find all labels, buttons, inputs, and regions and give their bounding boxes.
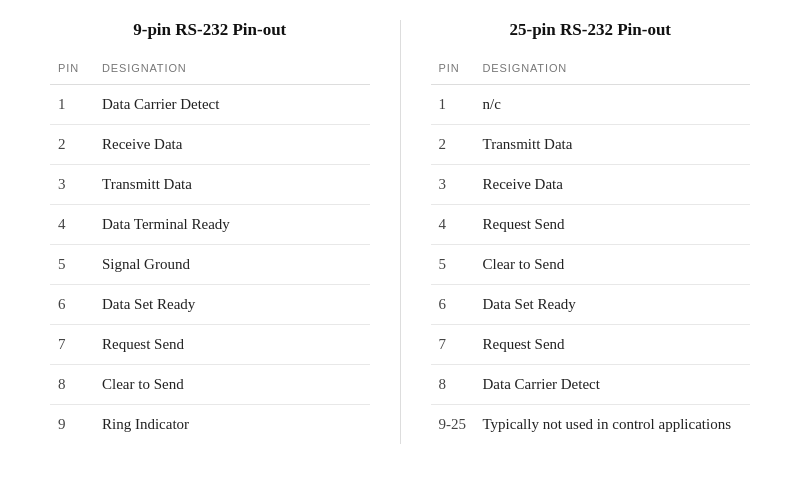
pin-cell: 9-25 — [431, 405, 475, 445]
table-row: 3 Transmitt Data — [50, 165, 370, 205]
pin-cell: 1 — [431, 85, 475, 125]
table-row: 3 Receive Data — [431, 165, 751, 205]
table-row: 5 Clear to Send — [431, 245, 751, 285]
table-row: 1 n/c — [431, 85, 751, 125]
pin-cell: 2 — [431, 125, 475, 165]
pin-cell: 5 — [431, 245, 475, 285]
table-row: 4 Request Send — [431, 205, 751, 245]
left-col-pin-header: PIN — [50, 62, 94, 85]
table-row: 5 Signal Ground — [50, 245, 370, 285]
designation-cell: Clear to Send — [94, 365, 370, 405]
table-row: 9 Ring Indicator — [50, 405, 370, 445]
vertical-divider — [400, 20, 401, 444]
designation-cell: Data Carrier Detect — [94, 85, 370, 125]
designation-cell: Transmitt Data — [94, 165, 370, 205]
table-row: 2 Transmitt Data — [431, 125, 751, 165]
designation-cell: Request Send — [475, 205, 751, 245]
right-table-section: 25-pin RS-232 Pin-out PIN DESIGNATION 1 … — [411, 20, 771, 444]
right-table: PIN DESIGNATION 1 n/c 2 Transmitt Data 3… — [431, 62, 751, 444]
designation-cell: n/c — [475, 85, 751, 125]
designation-cell: Receive Data — [94, 125, 370, 165]
designation-cell: Receive Data — [475, 165, 751, 205]
designation-cell: Data Set Ready — [94, 285, 370, 325]
pin-cell: 9 — [50, 405, 94, 445]
left-col-designation-header: DESIGNATION — [94, 62, 370, 85]
designation-cell: Transmitt Data — [475, 125, 751, 165]
left-table: PIN DESIGNATION 1 Data Carrier Detect 2 … — [50, 62, 370, 444]
pin-cell: 7 — [431, 325, 475, 365]
table-row: 7 Request Send — [50, 325, 370, 365]
table-row: 8 Clear to Send — [50, 365, 370, 405]
pin-cell: 6 — [431, 285, 475, 325]
right-col-designation-header: DESIGNATION — [475, 62, 751, 85]
designation-cell: Typically not used in control applicatio… — [475, 405, 751, 445]
pin-cell: 8 — [50, 365, 94, 405]
table-row: 6 Data Set Ready — [431, 285, 751, 325]
pin-cell: 3 — [431, 165, 475, 205]
table-row: 2 Receive Data — [50, 125, 370, 165]
pin-cell: 1 — [50, 85, 94, 125]
designation-cell: Signal Ground — [94, 245, 370, 285]
pin-cell: 7 — [50, 325, 94, 365]
right-table-title: 25-pin RS-232 Pin-out — [431, 20, 751, 40]
table-row: 6 Data Set Ready — [50, 285, 370, 325]
designation-cell: Ring Indicator — [94, 405, 370, 445]
table-row: 1 Data Carrier Detect — [50, 85, 370, 125]
pin-cell: 6 — [50, 285, 94, 325]
designation-cell: Data Carrier Detect — [475, 365, 751, 405]
designation-cell: Request Send — [94, 325, 370, 365]
pin-cell: 3 — [50, 165, 94, 205]
right-col-pin-header: PIN — [431, 62, 475, 85]
designation-cell: Data Terminal Ready — [94, 205, 370, 245]
designation-cell: Request Send — [475, 325, 751, 365]
page-container: 9-pin RS-232 Pin-out PIN DESIGNATION 1 D… — [0, 0, 800, 464]
table-row: 8 Data Carrier Detect — [431, 365, 751, 405]
pin-cell: 4 — [431, 205, 475, 245]
left-table-section: 9-pin RS-232 Pin-out PIN DESIGNATION 1 D… — [30, 20, 390, 444]
pin-cell: 5 — [50, 245, 94, 285]
pin-cell: 4 — [50, 205, 94, 245]
pin-cell: 8 — [431, 365, 475, 405]
table-row: 7 Request Send — [431, 325, 751, 365]
table-row: 9-25 Typically not used in control appli… — [431, 405, 751, 445]
designation-cell: Data Set Ready — [475, 285, 751, 325]
designation-cell: Clear to Send — [475, 245, 751, 285]
pin-cell: 2 — [50, 125, 94, 165]
table-row: 4 Data Terminal Ready — [50, 205, 370, 245]
left-table-title: 9-pin RS-232 Pin-out — [50, 20, 370, 40]
